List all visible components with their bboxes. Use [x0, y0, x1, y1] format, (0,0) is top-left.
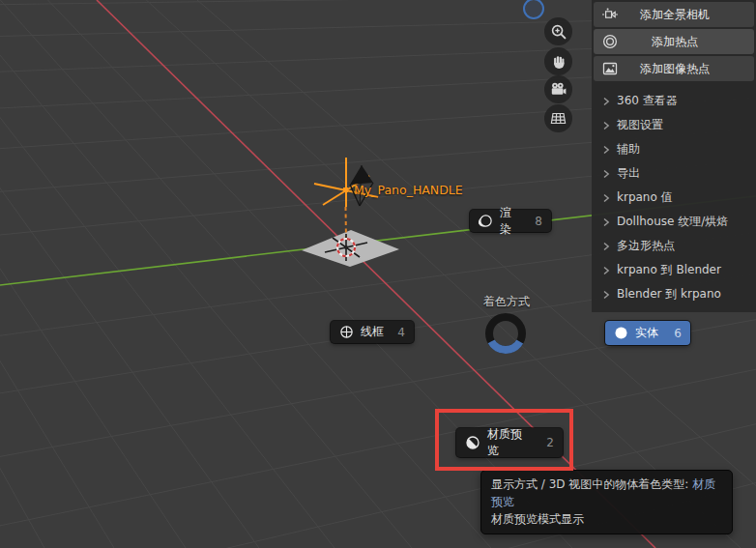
add-hotspot-button[interactable]: 添加热点	[594, 29, 754, 54]
section-assist[interactable]: 辅助	[594, 137, 754, 161]
pie-item-key: 8	[521, 215, 542, 228]
chevron-right-icon	[601, 217, 611, 227]
section-360-viewer[interactable]: 360 查看器	[594, 89, 754, 113]
camera-view-button[interactable]	[544, 75, 572, 103]
section-view-settings[interactable]: 视图设置	[594, 113, 754, 137]
chevron-right-icon	[601, 266, 611, 275]
blender-3d-viewport: My_Pano_HANDLE	[0, 0, 756, 548]
pan-button[interactable]	[544, 47, 572, 75]
rendered-shading-icon	[479, 214, 493, 228]
image-hotspot-icon	[601, 60, 619, 77]
wireframe-shading-icon	[339, 325, 354, 339]
pie-item-rendered[interactable]: 渲染 8	[470, 210, 551, 232]
section-dollhouse-bake[interactable]: Dollhouse 纹理/烘焙	[594, 210, 754, 234]
pie-item-label: 渲染	[500, 205, 521, 238]
add-pano-camera-label: 添加全景相机	[619, 7, 731, 23]
section-polygon-hotspot[interactable]: 多边形热点	[594, 234, 754, 258]
panel-sections: 360 查看器 视图设置 辅助 导出 krpano 值 Dollhouse 纹理…	[594, 89, 754, 306]
section-blender-to-krpano[interactable]: Blender 到 krpano	[594, 282, 754, 306]
section-krpano-value[interactable]: krpano 值	[594, 186, 754, 210]
tooltip-line2: 材质预览模式显示	[491, 510, 722, 528]
pie-item-label: 线框	[361, 324, 384, 340]
krpano-addon-panel: 添加全景相机 添加热点 添加图像热点 360 查看器 视图	[592, 0, 756, 312]
pie-menu-title: 着色方式	[439, 294, 574, 310]
chevron-right-icon	[601, 121, 611, 130]
movie-camera-icon	[549, 80, 567, 99]
hotspot-icon	[601, 33, 619, 50]
tooltip-line1: 显示方式 / 3D 视图中的物体着色类型: 材质预览	[491, 476, 722, 510]
annotation-highlight-box	[435, 409, 573, 471]
pie-direction-ring	[483, 311, 528, 356]
plane-object[interactable]	[302, 230, 399, 267]
object-name-label: My_Pano_HANDLE	[354, 183, 463, 197]
shading-tooltip: 显示方式 / 3D 视图中的物体着色类型: 材质预览 材质预览模式显示	[480, 470, 733, 534]
section-export[interactable]: 导出	[594, 161, 754, 186]
empty-origin-dot	[343, 187, 348, 192]
grid-perspective-icon	[549, 109, 567, 128]
add-hotspot-label: 添加热点	[619, 34, 731, 50]
pie-item-key: 4	[384, 326, 405, 339]
chevron-right-icon	[601, 193, 611, 203]
section-krpano-to-blender[interactable]: krpano 到 Blender	[594, 258, 754, 282]
add-pano-camera-button[interactable]: 添加全景相机	[594, 2, 754, 27]
orthographic-toggle-button[interactable]	[544, 104, 572, 132]
pie-item-key: 6	[660, 327, 682, 340]
pie-item-label: 实体	[635, 325, 658, 341]
add-image-hotspot-button[interactable]: 添加图像热点	[594, 56, 754, 81]
magnifier-plus-icon	[550, 23, 567, 41]
chevron-right-icon	[601, 290, 611, 300]
hand-icon	[550, 53, 567, 71]
pano-camera-icon	[601, 6, 619, 23]
chevron-right-icon	[601, 242, 611, 251]
pie-item-solid[interactable]: 实体 6	[605, 321, 690, 345]
add-image-hotspot-label: 添加图像热点	[619, 61, 731, 77]
solid-shading-icon	[614, 326, 628, 340]
chevron-right-icon	[601, 145, 611, 155]
chevron-right-icon	[601, 97, 611, 106]
pie-item-wireframe[interactable]: 线框 4	[331, 321, 414, 343]
zoom-button[interactable]	[544, 17, 572, 45]
chevron-right-icon	[601, 169, 611, 179]
